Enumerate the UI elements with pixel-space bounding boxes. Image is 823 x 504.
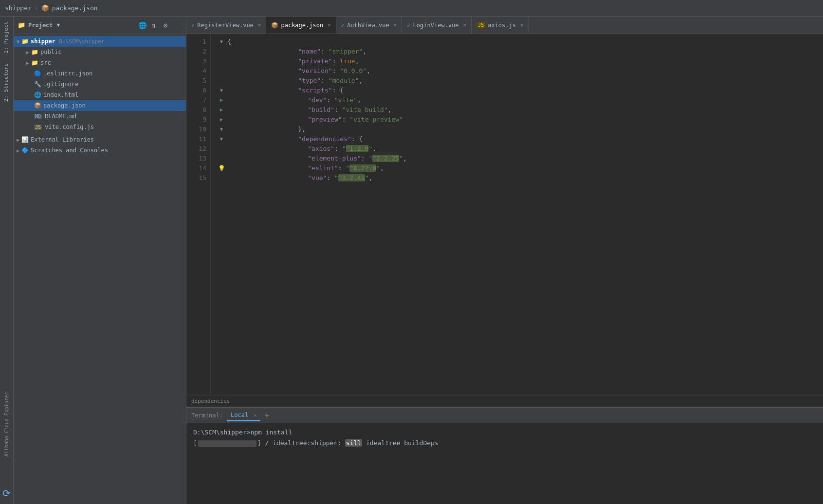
gutter-11[interactable]: ▼ [216,134,227,144]
terminal-highlight-sill: sill [345,439,362,447]
tree-item-public[interactable]: ▶ 📁 public [14,47,186,57]
bottom-action-icon[interactable]: ⟳ [2,487,11,499]
gutter-8[interactable]: ▶ [216,105,227,115]
eslint-label: .eslintrc.json [43,70,92,77]
tab-login-close[interactable]: ✕ [463,22,467,28]
gutter-7[interactable]: ▶ [216,95,227,105]
scratch-icon: 🔷 [21,147,29,154]
register-icon: ✓ [191,22,195,29]
code-line-15: "vue": "^3.2.41", [216,173,823,183]
tree-root[interactable]: ▼ 📁 shipper D:\SCM\shipper [14,36,186,47]
src-arrow: ▶ [26,60,29,66]
tab-auth-label: AuthView.vue [347,22,389,29]
tree-item-scratches[interactable]: ▶ 🔷 Scratches and Consoles [14,145,186,156]
alibaba-cloud-label[interactable]: Alibaba Cloud Explorer [2,390,11,458]
project-label: Project [28,22,53,29]
tab-package[interactable]: 📦 package.json ✕ [266,17,336,34]
code-lines: ▼ { "name": "shipper", [211,34,823,395]
readme-label: README.md [45,113,76,120]
sidebar-item-structure[interactable]: 2: Structure [1,58,12,107]
html-label: index.html [43,91,78,98]
tabs-bar: ✓ RegisterView.vue ✕ 📦 package.json ✕ ✓ … [186,17,823,34]
public-icon: 📁 [31,49,38,55]
readme-icon: MD [34,114,42,119]
breadcrumb-project[interactable]: shipper [5,4,32,12]
term-spin: / idealTree:shipper: [265,439,345,447]
gutter-10[interactable]: ▼ [216,125,227,134]
l15: "vue": "^3.2.41", [247,163,372,193]
dropdown-arrow[interactable]: ▼ [57,22,60,28]
ext-icon: 📊 [21,136,29,143]
tab-axios-close[interactable]: ✕ [520,22,524,28]
project-toolbar: 📁 Project ▼ 🌐 ⇅ ⚙ — [14,17,186,34]
term-bracket-open: [ [193,439,197,447]
gutter-6[interactable]: ▼ [216,86,227,95]
scratch-label: Scratches and Consoles [31,147,108,154]
breadcrumb-deps: dependencies [191,398,230,404]
tree-item-readme[interactable]: MD README.md [14,111,186,122]
line-numbers: 1 2 3 4 5 6 7 8 9 10 11 12 13 14 [186,34,211,395]
tab-register-close[interactable]: ✕ [258,22,261,28]
tab-auth-close[interactable]: ✕ [394,22,397,28]
project-panel: 📁 Project ▼ 🌐 ⇅ ⚙ — ▼ 📁 shipper D:\SCM\s… [14,17,186,504]
toolbar-sort[interactable]: ⇅ [149,20,159,30]
src-label: src [40,59,51,66]
tab-axios[interactable]: JS axios.js ✕ [472,17,529,34]
tab-package-label: package.json [281,22,323,29]
folder-icon: 📁 [18,21,25,29]
folder-icon-root: 📁 [21,38,29,45]
package-tab-icon: 📦 [271,22,278,29]
src-icon: 📁 [31,59,38,66]
project-tree: ▼ 📁 shipper D:\SCM\shipper ▶ 📁 public ▶ … [14,34,186,504]
gutter-1[interactable]: ▼ [216,37,227,47]
term-rest: idealTree buildDeps [366,439,439,447]
auth-icon: ✓ [341,22,345,29]
toolbar-settings[interactable]: ⚙ [161,20,170,30]
gutter-9[interactable]: ▶ [216,115,227,125]
html-icon: 🌐 [34,91,41,98]
tree-item-packagejson[interactable]: 📦 package.json [14,100,186,111]
axios-icon: JS [476,22,485,28]
tree-item-src[interactable]: ▶ 📁 src [14,57,186,68]
terminal-toolbar: Terminal: Local ✕ + [186,408,823,423]
terminal-add-button[interactable]: + [264,412,269,419]
terminal-line-1: D:\SCM\shipper>npm install [193,427,816,438]
tree-item-external[interactable]: ▶ 📊 External Libraries [14,134,186,145]
sidebar-item-project[interactable]: 1: Project [1,17,12,58]
breadcrumb-bar: shipper › 📦 package.json [0,0,823,17]
vite-icon: JS [34,125,42,130]
toolbar-globe[interactable]: 🌐 [137,20,147,30]
root-name: shipper [31,38,55,45]
terminal-local-label: Local [231,412,248,418]
tab-package-close[interactable]: ✕ [328,22,331,28]
tree-item-viteconfig[interactable]: JS vite.config.js [14,122,186,132]
tab-login[interactable]: ✓ LoginView.vue ✕ [402,17,472,34]
term-bracket-close: ] [257,439,261,447]
ext-arrow: ▶ [17,137,19,143]
toolbar-minimize[interactable]: — [172,20,182,30]
git-label: .gitignore [43,81,78,88]
breadcrumb-file-icon: 📦 [41,4,49,12]
tab-register-label: RegisterView.vue [197,22,254,29]
code-line-9: ▶ "preview": "vite preview" [216,115,823,125]
toolbar-buttons: 🌐 ⇅ ⚙ — [137,20,182,30]
tree-item-indexhtml[interactable]: 🌐 index.html [14,90,186,100]
terminal-tab-local[interactable]: Local ✕ [227,410,260,421]
pkg-label: package.json [43,102,86,109]
tree-item-eslintrc[interactable]: 🔵 .eslintrc.json [14,68,186,79]
tab-auth[interactable]: ✓ AuthView.vue ✕ [336,17,402,34]
main-layout: 1: Project 2: Structure Alibaba Cloud Ex… [0,17,823,504]
terminal-progress-bar [198,440,256,447]
editor-area: ✓ RegisterView.vue ✕ 📦 package.json ✕ ✓ … [186,17,823,504]
terminal-content[interactable]: D:\SCM\shipper>npm install [] / idealTre… [186,423,823,504]
vite-label: vite.config.js [45,124,94,130]
tab-register[interactable]: ✓ RegisterView.vue ✕ [186,17,266,34]
terminal-path: D:\SCM\shipper> [193,429,250,436]
tree-item-gitignore[interactable]: 🔧 .gitignore [14,79,186,90]
l1-brace: { [227,37,231,47]
breadcrumb-file[interactable]: package.json [52,4,98,12]
terminal-cmd: npm install [250,429,292,436]
eslint-icon: 🔵 [34,70,41,77]
ext-label: External Libraries [31,136,94,143]
terminal-local-close[interactable]: ✕ [254,413,256,418]
